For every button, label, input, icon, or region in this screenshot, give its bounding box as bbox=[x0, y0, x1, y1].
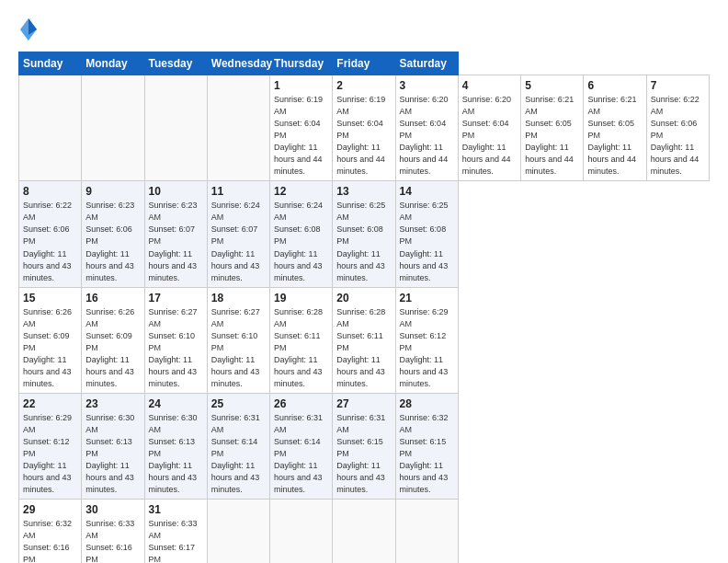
day-info: Sunrise: 6:29 AMSunset: 6:12 PMDaylight:… bbox=[400, 306, 454, 390]
calendar-cell: 22Sunrise: 6:29 AMSunset: 6:12 PMDayligh… bbox=[19, 393, 82, 499]
day-number: 12 bbox=[274, 185, 328, 198]
day-number: 24 bbox=[149, 397, 203, 410]
calendar-cell: 7Sunrise: 6:22 AMSunset: 6:06 PMDaylight… bbox=[646, 75, 709, 181]
calendar-cell: 20Sunrise: 6:28 AMSunset: 6:11 PMDayligh… bbox=[333, 287, 395, 393]
day-number: 20 bbox=[336, 292, 391, 304]
day-info: Sunrise: 6:21 AMSunset: 6:05 PMDaylight:… bbox=[587, 94, 642, 178]
day-number: 26 bbox=[274, 397, 328, 410]
day-number: 1 bbox=[274, 79, 328, 92]
day-number: 6 bbox=[587, 79, 642, 92]
day-number: 22 bbox=[23, 397, 77, 410]
day-info: Sunrise: 6:31 AMSunset: 6:14 PMDaylight:… bbox=[211, 412, 266, 496]
calendar-cell bbox=[333, 500, 395, 563]
calendar-table: SundayMondayTuesdayWednesdayThursdayFrid… bbox=[18, 52, 710, 563]
calendar-cell: 13Sunrise: 6:25 AMSunset: 6:08 PMDayligh… bbox=[333, 181, 395, 287]
calendar-cell: 19Sunrise: 6:28 AMSunset: 6:11 PMDayligh… bbox=[270, 287, 333, 393]
calendar-header-saturday: Saturday bbox=[395, 52, 458, 75]
calendar-cell: 10Sunrise: 6:23 AMSunset: 6:07 PMDayligh… bbox=[144, 181, 207, 287]
day-number: 30 bbox=[85, 503, 140, 516]
day-number: 5 bbox=[525, 79, 579, 92]
day-info: Sunrise: 6:33 AMSunset: 6:16 PMDaylight:… bbox=[85, 518, 140, 563]
calendar-cell: 11Sunrise: 6:24 AMSunset: 6:07 PMDayligh… bbox=[207, 181, 269, 287]
day-number: 10 bbox=[149, 185, 203, 198]
calendar-cell bbox=[207, 500, 269, 563]
calendar-week-2: 8Sunrise: 6:22 AMSunset: 6:06 PMDaylight… bbox=[19, 181, 710, 287]
day-info: Sunrise: 6:26 AMSunset: 6:09 PMDaylight:… bbox=[23, 306, 77, 390]
calendar-cell: 30Sunrise: 6:33 AMSunset: 6:16 PMDayligh… bbox=[82, 500, 144, 563]
calendar-cell: 3Sunrise: 6:20 AMSunset: 6:04 PMDaylight… bbox=[395, 75, 458, 181]
header bbox=[18, 17, 710, 42]
calendar-week-3: 15Sunrise: 6:26 AMSunset: 6:09 PMDayligh… bbox=[19, 287, 710, 393]
day-info: Sunrise: 6:26 AMSunset: 6:09 PMDaylight:… bbox=[85, 306, 140, 390]
calendar-cell: 25Sunrise: 6:31 AMSunset: 6:14 PMDayligh… bbox=[207, 393, 269, 499]
calendar-cell: 12Sunrise: 6:24 AMSunset: 6:08 PMDayligh… bbox=[270, 181, 333, 287]
day-info: Sunrise: 6:32 AMSunset: 6:16 PMDaylight:… bbox=[23, 518, 77, 563]
calendar-cell: 8Sunrise: 6:22 AMSunset: 6:06 PMDaylight… bbox=[19, 181, 82, 287]
page: SundayMondayTuesdayWednesdayThursdayFrid… bbox=[0, 0, 728, 563]
calendar-cell: 15Sunrise: 6:26 AMSunset: 6:09 PMDayligh… bbox=[19, 287, 82, 393]
logo-icon bbox=[18, 17, 39, 42]
day-info: Sunrise: 6:29 AMSunset: 6:12 PMDaylight:… bbox=[23, 412, 77, 496]
day-number: 8 bbox=[23, 185, 77, 198]
logo bbox=[18, 17, 42, 42]
day-info: Sunrise: 6:22 AMSunset: 6:06 PMDaylight:… bbox=[23, 200, 77, 283]
calendar-header-thursday: Thursday bbox=[270, 52, 333, 75]
calendar-cell: 31Sunrise: 6:33 AMSunset: 6:17 PMDayligh… bbox=[144, 500, 207, 563]
calendar-cell bbox=[19, 75, 82, 181]
calendar-header-row: SundayMondayTuesdayWednesdayThursdayFrid… bbox=[19, 52, 710, 75]
day-number: 9 bbox=[85, 185, 140, 198]
day-number: 16 bbox=[85, 292, 140, 304]
day-number: 4 bbox=[462, 79, 517, 92]
calendar-header-sunday: Sunday bbox=[19, 52, 82, 75]
calendar-week-1: 1Sunrise: 6:19 AMSunset: 6:04 PMDaylight… bbox=[19, 75, 710, 181]
day-number: 25 bbox=[211, 397, 266, 410]
calendar-cell: 24Sunrise: 6:30 AMSunset: 6:13 PMDayligh… bbox=[144, 393, 207, 499]
calendar-cell: 9Sunrise: 6:23 AMSunset: 6:06 PMDaylight… bbox=[82, 181, 144, 287]
day-number: 18 bbox=[211, 292, 266, 304]
day-info: Sunrise: 6:20 AMSunset: 6:04 PMDaylight:… bbox=[462, 94, 517, 178]
calendar-cell: 4Sunrise: 6:20 AMSunset: 6:04 PMDaylight… bbox=[458, 75, 520, 181]
day-info: Sunrise: 6:33 AMSunset: 6:17 PMDaylight:… bbox=[149, 518, 203, 563]
day-number: 21 bbox=[400, 292, 454, 304]
day-info: Sunrise: 6:19 AMSunset: 6:04 PMDaylight:… bbox=[336, 94, 391, 178]
day-info: Sunrise: 6:23 AMSunset: 6:06 PMDaylight:… bbox=[85, 200, 140, 283]
day-number: 27 bbox=[336, 397, 391, 410]
day-number: 14 bbox=[400, 185, 454, 198]
day-info: Sunrise: 6:19 AMSunset: 6:04 PMDaylight:… bbox=[274, 94, 328, 178]
day-number: 29 bbox=[23, 503, 77, 516]
day-number: 19 bbox=[274, 292, 328, 304]
calendar-cell: 17Sunrise: 6:27 AMSunset: 6:10 PMDayligh… bbox=[144, 287, 207, 393]
calendar-cell bbox=[144, 75, 207, 181]
day-number: 23 bbox=[85, 397, 140, 410]
calendar-cell bbox=[207, 75, 269, 181]
calendar-cell: 21Sunrise: 6:29 AMSunset: 6:12 PMDayligh… bbox=[395, 287, 458, 393]
day-number: 2 bbox=[336, 79, 391, 92]
day-info: Sunrise: 6:31 AMSunset: 6:14 PMDaylight:… bbox=[274, 412, 328, 496]
day-number: 15 bbox=[23, 292, 77, 304]
calendar-cell: 5Sunrise: 6:21 AMSunset: 6:05 PMDaylight… bbox=[521, 75, 584, 181]
calendar-header-wednesday: Wednesday bbox=[207, 52, 269, 75]
calendar-week-5: 29Sunrise: 6:32 AMSunset: 6:16 PMDayligh… bbox=[19, 500, 710, 563]
day-info: Sunrise: 6:32 AMSunset: 6:15 PMDaylight:… bbox=[400, 412, 454, 496]
day-number: 28 bbox=[400, 397, 454, 410]
day-number: 13 bbox=[336, 185, 391, 198]
day-number: 7 bbox=[651, 79, 705, 92]
day-number: 3 bbox=[400, 79, 454, 92]
calendar-header-friday: Friday bbox=[333, 52, 395, 75]
calendar-cell bbox=[270, 500, 333, 563]
day-info: Sunrise: 6:30 AMSunset: 6:13 PMDaylight:… bbox=[149, 412, 203, 496]
day-info: Sunrise: 6:31 AMSunset: 6:15 PMDaylight:… bbox=[336, 412, 391, 496]
day-number: 31 bbox=[149, 503, 203, 516]
calendar-cell: 18Sunrise: 6:27 AMSunset: 6:10 PMDayligh… bbox=[207, 287, 269, 393]
day-number: 17 bbox=[149, 292, 203, 304]
calendar-week-4: 22Sunrise: 6:29 AMSunset: 6:12 PMDayligh… bbox=[19, 393, 710, 499]
calendar-cell bbox=[395, 500, 458, 563]
day-info: Sunrise: 6:23 AMSunset: 6:07 PMDaylight:… bbox=[149, 200, 203, 283]
day-info: Sunrise: 6:25 AMSunset: 6:08 PMDaylight:… bbox=[336, 200, 391, 283]
calendar-cell: 1Sunrise: 6:19 AMSunset: 6:04 PMDaylight… bbox=[270, 75, 333, 181]
calendar-cell: 6Sunrise: 6:21 AMSunset: 6:05 PMDaylight… bbox=[584, 75, 646, 181]
day-info: Sunrise: 6:28 AMSunset: 6:11 PMDaylight:… bbox=[274, 306, 328, 390]
calendar-cell: 2Sunrise: 6:19 AMSunset: 6:04 PMDaylight… bbox=[333, 75, 395, 181]
calendar-cell: 26Sunrise: 6:31 AMSunset: 6:14 PMDayligh… bbox=[270, 393, 333, 499]
calendar-cell: 16Sunrise: 6:26 AMSunset: 6:09 PMDayligh… bbox=[82, 287, 144, 393]
